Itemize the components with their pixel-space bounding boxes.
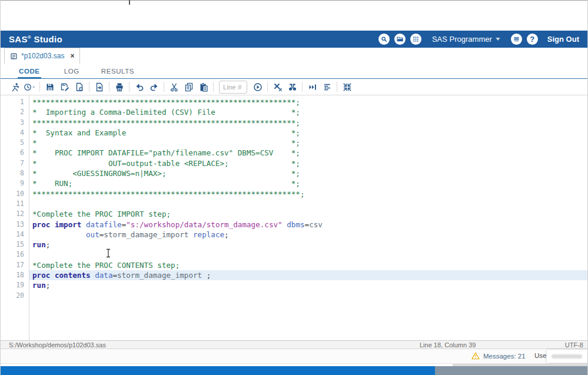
- find-replace-icon[interactable]: [285, 80, 300, 94]
- cut-icon[interactable]: [167, 80, 181, 94]
- file-path: S:/Workshop/demos/p102d03.sas: [9, 341, 106, 349]
- redacted-area: [547, 350, 587, 363]
- save-as-icon[interactable]: [57, 80, 72, 94]
- chevron-down-icon: [496, 38, 500, 41]
- code-line-11[interactable]: 11: [1, 199, 587, 209]
- line-text: * *;: [29, 138, 587, 148]
- registered-mark: ®: [28, 35, 31, 40]
- line-number: 6: [1, 148, 29, 158]
- tab-log[interactable]: LOG: [63, 64, 81, 79]
- goto-line-input[interactable]: [219, 81, 247, 94]
- line-text: out=storm_damage_import replace;: [29, 230, 587, 240]
- clear-code-icon[interactable]: [270, 80, 285, 94]
- sign-out-button[interactable]: Sign Out: [547, 35, 579, 44]
- line-number: 13: [1, 220, 29, 230]
- code-line-17[interactable]: 17*Complete the PROC CONTENTS step;: [1, 260, 587, 270]
- save-icon[interactable]: [42, 80, 57, 94]
- line-number: 11: [1, 199, 29, 209]
- paste-icon[interactable]: [196, 80, 211, 94]
- undo-icon[interactable]: [132, 80, 147, 94]
- code-line-2[interactable]: 2* Importing a Comma-Delimited (CSV) Fil…: [1, 107, 587, 117]
- code-line-10[interactable]: 10**************************************…: [1, 189, 587, 199]
- toolbar-separator: [302, 82, 303, 92]
- warning-icon: [471, 352, 480, 360]
- format-code-icon[interactable]: [320, 80, 334, 94]
- partial-user-text: Use: [534, 352, 546, 359]
- code-line-6[interactable]: 6* PROC IMPORT DATAFILE="path/filename.c…: [1, 148, 587, 158]
- code-line-4[interactable]: 4* Syntax and Example *;: [1, 128, 587, 138]
- goto-line-icon[interactable]: [250, 80, 265, 94]
- code-line-15[interactable]: 15run;: [1, 240, 587, 250]
- export-icon[interactable]: [92, 80, 107, 94]
- code-editor[interactable]: 1***************************************…: [1, 95, 587, 340]
- help-glyph: ?: [530, 35, 534, 43]
- submit-selection-icon[interactable]: [305, 80, 320, 94]
- line-number: 1: [1, 97, 29, 107]
- code-line-5[interactable]: 5* *;: [1, 138, 587, 148]
- run-icon[interactable]: [8, 80, 22, 94]
- tab-code[interactable]: CODE: [18, 64, 41, 79]
- line-number: 12: [1, 209, 29, 219]
- line-number: 16: [1, 250, 29, 260]
- toolbar-separator: [337, 82, 337, 92]
- line-number: 18: [1, 270, 29, 280]
- text-cursor-pointer: [105, 248, 111, 257]
- line-text: * RUN; *;: [29, 178, 587, 188]
- line-number: 15: [1, 240, 29, 250]
- header-controls: SAS Programmer ? Sign Out: [378, 31, 579, 48]
- app-title: SAS® Studio: [9, 34, 62, 44]
- app-header: SAS® Studio SAS Programmer ? Sign: [1, 31, 587, 48]
- messages-bar: Messages: 21 Use: [1, 349, 587, 364]
- search-icon[interactable]: [378, 34, 390, 45]
- open-folder-icon[interactable]: [394, 34, 406, 45]
- code-line-1[interactable]: 1***************************************…: [1, 97, 587, 107]
- document-tab-label: *p102d03.sas: [21, 52, 64, 60]
- product-text: Studio: [34, 34, 62, 44]
- code-line-12[interactable]: 12*Complete the PROC IMPORT step;: [1, 209, 587, 219]
- code-line-20[interactable]: 20: [1, 291, 587, 301]
- line-number: 17: [1, 260, 29, 270]
- maximize-view-icon[interactable]: [340, 80, 354, 94]
- window-top-edge: [1, 0, 587, 1]
- video-progress-bar[interactable]: [1, 366, 587, 375]
- program-summary-icon[interactable]: [72, 80, 87, 94]
- preferences-icon[interactable]: [511, 34, 522, 45]
- line-text: *Complete the PROC CONTENTS step;: [29, 260, 587, 270]
- user-role-menu[interactable]: SAS Programmer: [432, 35, 500, 44]
- messages-indicator[interactable]: Messages: 21: [471, 352, 526, 360]
- apps-grid-icon[interactable]: [410, 34, 421, 45]
- code-line-3[interactable]: 3***************************************…: [1, 118, 587, 128]
- toolbar-separator: [109, 82, 109, 92]
- line-text: * Importing a Comma-Delimited (CSV) File…: [29, 107, 587, 117]
- line-text: *Complete the PROC IMPORT step;: [29, 209, 587, 219]
- code-line-8[interactable]: 8* <GUESSINGROWS=n|MAX>; *;: [1, 168, 587, 178]
- toolbar-separator: [89, 82, 89, 92]
- code-lines: 1***************************************…: [1, 97, 587, 301]
- line-text: * PROC IMPORT DATAFILE="path/filename.cs…: [29, 148, 587, 158]
- close-tab-icon[interactable]: ×: [70, 52, 74, 60]
- toolbar-separator: [267, 82, 268, 92]
- line-text: run;: [29, 240, 587, 250]
- line-number: 14: [1, 230, 29, 240]
- code-line-19[interactable]: 19run;: [1, 280, 587, 290]
- line-text: * Syntax and Example *;: [29, 128, 587, 138]
- line-number: 7: [1, 158, 29, 168]
- copy-icon[interactable]: [181, 80, 196, 94]
- document-tab[interactable]: *p102d03.sas ×: [4, 48, 80, 64]
- program-file-icon: [10, 52, 18, 60]
- help-icon[interactable]: ?: [527, 34, 538, 45]
- tab-results[interactable]: RESULTS: [100, 64, 135, 79]
- line-text: run;: [29, 280, 587, 290]
- code-line-14[interactable]: 14 out=storm_damage_import replace;: [1, 230, 587, 240]
- code-line-18[interactable]: 18proc contents data=storm_damage_import…: [1, 270, 587, 280]
- code-line-9[interactable]: 9* RUN; *;: [1, 178, 587, 188]
- line-text: ****************************************…: [29, 97, 587, 107]
- brand-text: SAS: [9, 34, 28, 44]
- redo-icon[interactable]: [147, 80, 161, 94]
- code-line-7[interactable]: 7* OUT=output-table <REPLACE>; *;: [1, 158, 587, 168]
- submission-history-icon[interactable]: [22, 80, 37, 94]
- line-number: 20: [1, 291, 29, 301]
- code-line-16[interactable]: 16: [1, 250, 587, 260]
- code-line-13[interactable]: 13proc import datafile="s:/workshop/data…: [1, 220, 587, 230]
- print-icon[interactable]: [112, 80, 127, 94]
